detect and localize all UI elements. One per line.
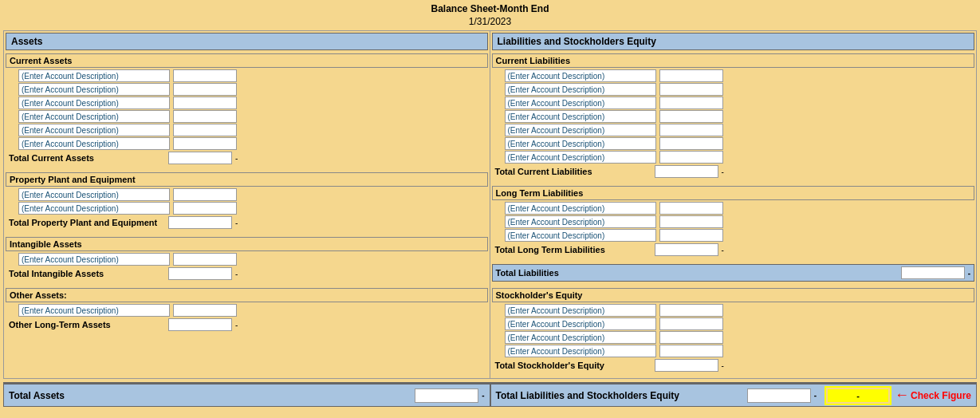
ca-desc-4[interactable]: (Enter Account Description) — [18, 110, 170, 123]
check-figure-val[interactable]: - — [826, 388, 890, 404]
total-liabilities-equity-cell: Total Liabilities and Stockholders Equit… — [490, 384, 978, 407]
ia-desc-1[interactable]: (Enter Account Description) — [18, 253, 170, 266]
lt-desc-1[interactable]: (Enter Account Description) — [505, 202, 656, 215]
cl-val-6[interactable] — [659, 137, 723, 150]
ca-val-5[interactable] — [173, 124, 237, 136]
ppe-desc-2[interactable]: (Enter Account Description) — [18, 202, 170, 215]
cl-val-7[interactable] — [659, 151, 723, 164]
ppe-val-1[interactable] — [173, 188, 237, 201]
bottom-totals-row: Total Assets - Total Liabilities and Sto… — [3, 382, 977, 407]
cl-header: Current Liabilities — [492, 53, 975, 68]
cl-desc-3[interactable]: (Enter Account Description) — [505, 97, 656, 109]
total-liabilities-equity-dash: - — [814, 391, 817, 400]
cl-desc-1[interactable]: (Enter Account Description) — [505, 69, 656, 82]
total-liabilities-row: Total Liabilities - — [492, 264, 975, 282]
total-liabilities-dash: - — [968, 269, 970, 278]
total-ia-val[interactable] — [168, 267, 232, 280]
total-ppe-label: Total Property Plant and Equipment — [6, 216, 165, 229]
ca-row-3: (Enter Account Description) — [6, 97, 488, 109]
se-desc-1[interactable]: (Enter Account Description) — [505, 304, 656, 317]
total-ca-dash: - — [232, 154, 238, 163]
cl-val-2[interactable] — [659, 83, 723, 96]
cl-row-6: (Enter Account Description) — [492, 137, 975, 150]
current-assets-section: Current Assets (Enter Account Descriptio… — [6, 53, 488, 164]
check-figure-cell: - ← Check Figure — [820, 387, 971, 404]
arrow-icon: ← — [895, 387, 909, 404]
total-ca-val[interactable] — [168, 152, 232, 164]
page-title: Balance Sheet-Month End — [3, 3, 977, 14]
se-desc-2[interactable]: (Enter Account Description) — [505, 317, 656, 330]
cl-val-1[interactable] — [659, 69, 723, 82]
cl-desc-2[interactable]: (Enter Account Description) — [505, 83, 656, 96]
cl-desc-6[interactable]: (Enter Account Description) — [505, 137, 656, 150]
total-ppe-val[interactable] — [168, 216, 232, 229]
total-oa-dash: - — [232, 321, 238, 329]
ca-row-6: (Enter Account Description) — [6, 137, 488, 150]
cl-val-5[interactable] — [659, 124, 723, 136]
ca-desc-3[interactable]: (Enter Account Description) — [18, 97, 170, 109]
ca-desc-2[interactable]: (Enter Account Description) — [18, 83, 170, 96]
ppe-desc-1[interactable]: (Enter Account Description) — [18, 188, 170, 201]
lt-row-2: (Enter Account Description) — [492, 215, 975, 228]
total-oa-val[interactable] — [168, 318, 232, 331]
total-se-row: Total Stockholder's Equity - — [492, 359, 975, 372]
other-assets-header: Other Assets: — [6, 288, 488, 302]
total-assets-val[interactable] — [415, 388, 478, 403]
cl-row-7: (Enter Account Description) — [492, 151, 975, 164]
cl-desc-4[interactable]: (Enter Account Description) — [505, 110, 656, 123]
total-ppe-dash: - — [232, 219, 238, 227]
cl-row-1: (Enter Account Description) — [492, 69, 975, 82]
ca-val-1[interactable] — [173, 69, 237, 82]
total-ca-row: Total Current Assets - — [6, 152, 488, 164]
se-row-1: (Enter Account Description) — [492, 304, 975, 317]
total-liabilities-label: Total Liabilities — [496, 268, 898, 278]
lt-desc-3[interactable]: (Enter Account Description) — [505, 229, 656, 242]
ppe-val-2[interactable] — [173, 202, 237, 215]
lt-val-3[interactable] — [659, 229, 723, 242]
ca-desc-1[interactable]: (Enter Account Description) — [18, 69, 170, 82]
total-lt-label: Total Long Term Liabilities — [492, 243, 651, 256]
total-se-dash: - — [718, 361, 724, 370]
cl-val-3[interactable] — [659, 97, 723, 109]
ca-val-2[interactable] — [173, 83, 237, 96]
lt-val-2[interactable] — [659, 215, 723, 228]
assets-header: Assets — [6, 33, 488, 50]
se-desc-3[interactable]: (Enter Account Description) — [505, 331, 656, 344]
lt-desc-2[interactable]: (Enter Account Description) — [505, 215, 656, 228]
cl-desc-5[interactable]: (Enter Account Description) — [505, 124, 656, 136]
liabilities-header: Liabilities and Stockholders Equity — [492, 33, 975, 50]
cl-row-2: (Enter Account Description) — [492, 83, 975, 96]
total-lt-row: Total Long Term Liabilities - — [492, 243, 975, 256]
oa-val-1[interactable] — [173, 304, 237, 317]
total-cl-val[interactable] — [655, 165, 718, 178]
total-liabilities-val[interactable] — [901, 266, 965, 279]
cl-desc-7[interactable]: (Enter Account Description) — [505, 151, 656, 164]
ca-val-3[interactable] — [173, 97, 237, 109]
ia-val-1[interactable] — [173, 253, 237, 266]
ca-val-6[interactable] — [173, 137, 237, 150]
total-se-val[interactable] — [655, 359, 718, 372]
ca-desc-6[interactable]: (Enter Account Description) — [18, 137, 170, 150]
se-desc-4[interactable]: (Enter Account Description) — [505, 345, 656, 357]
ca-row-2: (Enter Account Description) — [6, 83, 488, 96]
total-liabilities-equity-val[interactable] — [747, 388, 811, 403]
ca-desc-5[interactable]: (Enter Account Description) — [18, 124, 170, 136]
oa-desc-1[interactable]: (Enter Account Description) — [18, 304, 170, 317]
lt-val-1[interactable] — [659, 202, 723, 215]
cl-val-4[interactable] — [659, 110, 723, 123]
cl-row-5: (Enter Account Description) — [492, 124, 975, 136]
lt-header: Long Term Liabilities — [492, 186, 975, 200]
total-liabilities-equity-label: Total Liabilities and Stockholders Equit… — [496, 390, 679, 401]
lt-liabilities-section: Long Term Liabilities (Enter Account Des… — [492, 186, 975, 256]
se-val-1[interactable] — [659, 304, 723, 317]
se-val-3[interactable] — [659, 331, 723, 344]
current-liabilities-section: Current Liabilities (Enter Account Descr… — [492, 53, 975, 178]
total-ppe-row: Total Property Plant and Equipment - — [6, 216, 488, 229]
total-lt-dash: - — [718, 246, 724, 254]
cl-row-4: (Enter Account Description) — [492, 110, 975, 123]
total-cl-row: Total Current Liabilities - — [492, 165, 975, 178]
ca-val-4[interactable] — [173, 110, 237, 123]
total-lt-val[interactable] — [655, 243, 718, 256]
se-val-4[interactable] — [659, 345, 723, 357]
se-val-2[interactable] — [659, 317, 723, 330]
